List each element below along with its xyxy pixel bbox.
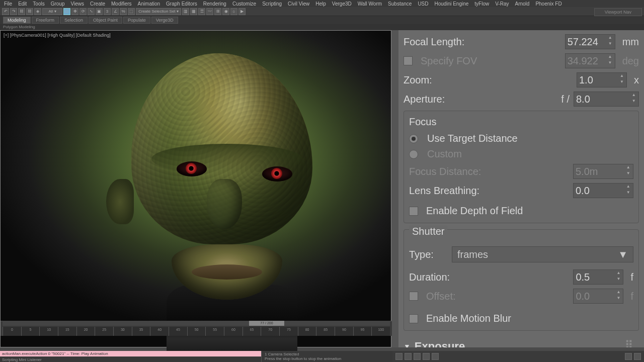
menu-verge3d[interactable]: Verge3D	[332, 1, 352, 7]
fov-input	[568, 55, 606, 67]
align-icon[interactable]: ▦	[190, 8, 197, 15]
percent-snap-icon[interactable]: %	[120, 8, 127, 15]
tab-object paint[interactable]: Object Paint	[89, 17, 122, 24]
listener-output[interactable]: actionMan.executeAction 0 "50021" -- Tim…	[0, 351, 261, 357]
drag-handle-icon[interactable]: ⠿	[625, 339, 634, 347]
menu-edit[interactable]: Edit	[18, 1, 27, 7]
menu-customize[interactable]: Customize	[232, 1, 256, 7]
tab-freeform[interactable]: Freeform	[32, 17, 59, 24]
bind-icon[interactable]: ◈	[34, 8, 41, 15]
prev-frame-icon[interactable]	[405, 353, 412, 360]
move-icon[interactable]: ✥	[71, 8, 78, 15]
zoom-input[interactable]	[579, 74, 617, 86]
menu-modifiers[interactable]: Modifiers	[111, 1, 132, 7]
viewport[interactable]: [+] [PhysCamera001] [High Quality] [Defa…	[0, 30, 391, 347]
ribbon-tabs: ModelingFreeformSelectionObject PaintPop…	[0, 16, 644, 24]
undo-icon[interactable]: ↶	[2, 8, 9, 15]
timeline[interactable]: 77 / 200 0510152025303540455055606570758…	[1, 321, 392, 336]
menu-file[interactable]: File	[4, 1, 12, 7]
aperture-input[interactable]	[576, 94, 629, 105]
tab-verge3d[interactable]: Verge3D	[151, 17, 178, 24]
offset-checkbox[interactable]	[409, 292, 418, 301]
menu-arnold[interactable]: Arnold	[515, 1, 529, 7]
key-mode-icon[interactable]	[625, 353, 632, 360]
unlink-icon[interactable]: ⛓	[26, 8, 33, 15]
menu-substance[interactable]: Substance	[388, 1, 412, 7]
menu-animation[interactable]: Animation	[138, 1, 160, 7]
play-icon[interactable]	[414, 353, 421, 360]
render-frame-icon[interactable]: ▶	[238, 8, 246, 15]
dof-checkbox[interactable]	[409, 207, 418, 216]
exposure-header[interactable]: ▼ Exposure ⠿	[404, 337, 639, 347]
goto-end-icon[interactable]	[432, 353, 439, 360]
snap-icon[interactable]: 3	[104, 8, 111, 15]
motion-blur-label: Enable Motion Blur	[426, 313, 511, 324]
next-frame-icon[interactable]	[423, 353, 430, 360]
lens-breathing-label: Lens Breathing:	[409, 185, 479, 197]
menu-wall-worm[interactable]: Wall Worm	[358, 1, 382, 7]
viewport-label[interactable]: [+] [PhysCamera001] [High Quality] [Defa…	[4, 33, 111, 38]
viewport-nav-label[interactable]: Viewport Nav	[594, 8, 642, 16]
tick: 85	[316, 327, 335, 336]
material-icon[interactable]: ◉	[222, 8, 229, 15]
collapse-arrow-icon: ▼	[404, 342, 411, 347]
curve-editor-icon[interactable]: 〰	[206, 8, 213, 15]
layers-icon[interactable]: ☰	[198, 8, 205, 15]
menu-phoenix-fd[interactable]: Phoenix FD	[535, 1, 561, 7]
select-icon[interactable]: ▭	[63, 8, 70, 15]
menu-tools[interactable]: Tools	[33, 1, 44, 7]
menu-houdini-engine[interactable]: Houdini Engine	[435, 1, 469, 7]
time-config-icon[interactable]	[634, 353, 641, 360]
render-setup-icon[interactable]: ☼	[230, 8, 237, 15]
lens-breathing-input[interactable]	[576, 185, 624, 197]
menu-rendering[interactable]: Rendering	[203, 1, 226, 7]
scale-icon[interactable]: ⤡	[88, 8, 95, 15]
goto-start-icon[interactable]	[395, 353, 403, 360]
tick: 30	[113, 327, 132, 336]
schematic-icon[interactable]: ⊞	[214, 8, 221, 15]
link-icon[interactable]: ⛓	[18, 8, 25, 15]
zoom-label: Zoom:	[404, 74, 432, 86]
specify-fov-checkbox[interactable]	[404, 56, 413, 65]
redo-icon[interactable]: ↷	[10, 8, 17, 15]
menu-views[interactable]: Views	[71, 1, 85, 7]
shutter-type-dropdown[interactable]: frames ▼	[452, 246, 633, 262]
menu-help[interactable]: Help	[315, 1, 326, 7]
menu-v-ray[interactable]: V-Ray	[495, 1, 509, 7]
duration-spinner[interactable]: ▲▼	[573, 269, 623, 285]
zoom-spinner[interactable]: ▲▼	[577, 72, 627, 87]
dof-label: Enable Depth of Field	[426, 205, 523, 217]
menu-create[interactable]: Create	[90, 1, 105, 7]
place-icon[interactable]: ▣	[96, 8, 103, 15]
menu-civil-view[interactable]: Civil View	[288, 1, 309, 7]
filter-dropdown[interactable]: All ▾	[42, 8, 62, 15]
spinner-snap-icon[interactable]: ⬚	[128, 8, 135, 15]
focal-length-spinner[interactable]: ▲▼	[565, 34, 615, 49]
angle-snap-icon[interactable]: ∠	[112, 8, 119, 15]
duration-input[interactable]	[576, 272, 614, 283]
motion-blur-checkbox[interactable]	[409, 314, 418, 323]
tab-populate[interactable]: Populate	[123, 17, 150, 24]
aperture-label: Aperture:	[404, 94, 445, 105]
viewport-render	[1, 31, 391, 347]
panel-gutter[interactable]	[391, 30, 398, 347]
rotate-icon[interactable]: ⟳	[79, 8, 87, 15]
tick: 0	[3, 327, 21, 336]
mirror-icon[interactable]: ▥	[182, 8, 189, 15]
use-target-radio[interactable]	[409, 134, 418, 143]
time-slider-thumb[interactable]: 77 / 200	[249, 321, 284, 326]
menu-graph-editors[interactable]: Graph Editors	[166, 1, 197, 7]
focal-length-input[interactable]	[568, 36, 606, 48]
tab-selection[interactable]: Selection	[60, 17, 88, 24]
menu-scripting[interactable]: Scripting	[262, 1, 282, 7]
tab-modeling[interactable]: Modeling	[3, 17, 31, 24]
menu-group[interactable]: Group	[51, 1, 65, 7]
selection-set[interactable]: Create Selection Set ▾	[136, 8, 181, 15]
fov-unit: deg	[622, 55, 639, 67]
lens-breathing-spinner[interactable]: ▲▼	[573, 183, 633, 198]
aperture-spinner[interactable]: ▲▼	[574, 92, 639, 107]
menu-usd[interactable]: USD	[418, 1, 428, 7]
menu-tyflow[interactable]: tyFlow	[474, 1, 489, 7]
listener-input[interactable]: Scripting Mini Listener	[0, 357, 261, 362]
custom-radio[interactable]	[409, 150, 418, 159]
